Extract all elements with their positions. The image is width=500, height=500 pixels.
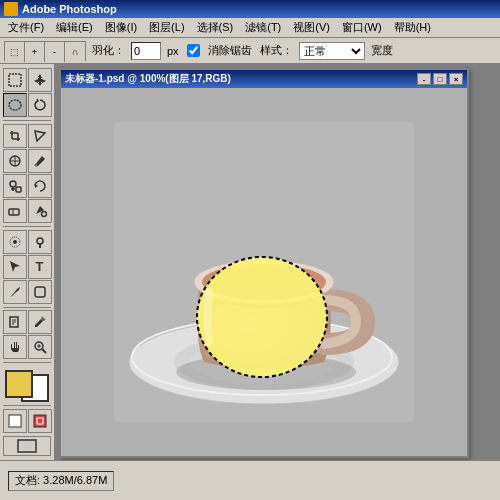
app-title-bar: Adobe Photoshop [0,0,500,18]
new-selection-btn[interactable]: ⬚ [5,42,25,62]
doc-window-controls: - □ × [417,73,463,85]
svg-point-19 [41,211,46,216]
document-window: 未标器-1.psd @ 100%(图层 17,RGB) - □ × [59,68,469,458]
doc-minimize-btn[interactable]: - [417,73,431,85]
tool-row-1 [3,68,52,92]
history-brush-tool[interactable] [28,174,52,198]
doc-title-bar: 未标器-1.psd @ 100%(图层 17,RGB) - □ × [61,70,467,88]
tool-divider-2 [3,226,51,227]
doc-maximize-btn[interactable]: □ [433,73,447,85]
svg-point-12 [10,181,16,187]
menu-file[interactable]: 文件(F) [2,18,50,37]
subtract-selection-btn[interactable]: - [45,42,65,62]
app-icon [4,2,18,16]
svg-marker-7 [35,131,45,141]
menu-window[interactable]: 窗口(W) [336,18,388,37]
text-tool[interactable]: T [28,255,52,279]
doc-close-btn[interactable]: × [449,73,463,85]
doc-canvas [61,88,467,456]
tool-row-3 [3,124,52,148]
pen-tool[interactable] [3,280,27,304]
intersect-selection-btn[interactable]: ∩ [65,42,85,62]
tool-row-11 [3,335,52,359]
svg-rect-25 [35,287,45,297]
eraser-tool[interactable] [3,199,27,223]
foreground-color-swatch[interactable] [5,370,33,398]
menu-image[interactable]: 图像(I) [99,18,143,37]
tool-row-10 [3,310,52,334]
marquee-tool[interactable] [3,68,27,92]
menu-view[interactable]: 视图(V) [287,18,336,37]
shape-mode-group: ⬚ + - ∩ [4,41,86,61]
menu-layer[interactable]: 图层(L) [143,18,190,37]
svg-marker-1 [34,74,46,86]
menu-select[interactable]: 选择(S) [191,18,240,37]
tool-divider-4 [3,362,51,363]
healing-brush-tool[interactable] [3,149,27,173]
zoom-tool[interactable] [28,335,52,359]
svg-point-22 [37,238,43,244]
tool-divider-3 [3,307,51,308]
doc-title: 未标器-1.psd @ 100%(图层 17,RGB) [65,72,231,86]
elliptical-marquee-tool[interactable] [3,93,27,117]
svg-rect-15 [16,187,21,192]
style-label: 样式： [260,43,293,58]
feather-unit: px [167,45,179,57]
move-tool[interactable] [28,68,52,92]
lasso-tool[interactable] [28,93,52,117]
tool-divider-1 [3,120,51,121]
crop-tool[interactable] [3,124,27,148]
standard-mode-btn[interactable] [3,409,27,433]
brush-tool[interactable] [28,149,52,173]
svg-marker-24 [10,261,20,272]
eyedropper-tool[interactable] [28,310,52,334]
tool-row-8: T [3,255,52,279]
mask-mode-row [3,409,52,433]
status-bar: 文档: 3.28M/6.87M [0,460,500,500]
color-swatches [5,370,49,402]
add-selection-btn[interactable]: + [25,42,45,62]
antialias-label: 消除锯齿 [208,43,252,58]
doc-info-text: 文档: 3.28M/6.87M [15,473,107,488]
paint-bucket-tool[interactable] [28,199,52,223]
path-selection-tool[interactable] [3,255,27,279]
svg-rect-35 [34,415,46,427]
svg-line-31 [42,349,46,353]
menu-bar: 文件(F) 编辑(E) 图像(I) 图层(L) 选择(S) 滤镜(T) 视图(V… [0,18,500,38]
main-area: T [0,64,500,460]
canvas-area: 未标器-1.psd @ 100%(图层 17,RGB) - □ × [55,64,500,460]
tool-row-7 [3,230,52,254]
svg-point-11 [34,163,37,166]
slice-tool[interactable] [28,124,52,148]
clone-stamp-tool[interactable] [3,174,27,198]
options-bar: ⬚ + - ∩ 羽化： px 消除锯齿 样式： 正常 固定比例 固定大小 宽度 [0,38,500,64]
dodge-tool[interactable] [28,230,52,254]
menu-edit[interactable]: 编辑(E) [50,18,99,37]
blur-tool[interactable] [3,230,27,254]
menu-filter[interactable]: 滤镜(T) [239,18,287,37]
style-select[interactable]: 正常 固定比例 固定大小 [299,42,365,60]
tool-row-9 [3,280,52,304]
width-label: 宽度 [371,43,393,58]
antialias-checkbox[interactable] [187,44,200,57]
svg-rect-34 [9,415,21,427]
feather-input[interactable] [131,42,161,60]
svg-point-21 [13,240,17,244]
cup-illustration [114,122,414,422]
app-title: Adobe Photoshop [22,3,117,15]
quick-mask-btn[interactable] [28,409,52,433]
doc-info-section: 文档: 3.28M/6.87M [8,471,114,491]
tool-row-6 [3,199,52,223]
svg-rect-38 [21,442,33,450]
hand-tool[interactable] [3,335,27,359]
text-icon: T [36,259,44,274]
feather-label: 羽化： [92,43,125,58]
menu-help[interactable]: 帮助(H) [388,18,437,37]
shape-tool[interactable] [28,280,52,304]
svg-point-2 [9,100,21,110]
tools-panel: T [0,64,55,460]
tool-row-2 [3,93,52,117]
svg-rect-17 [9,209,19,215]
screen-mode-btn[interactable] [3,436,51,456]
notes-tool[interactable] [3,310,27,334]
